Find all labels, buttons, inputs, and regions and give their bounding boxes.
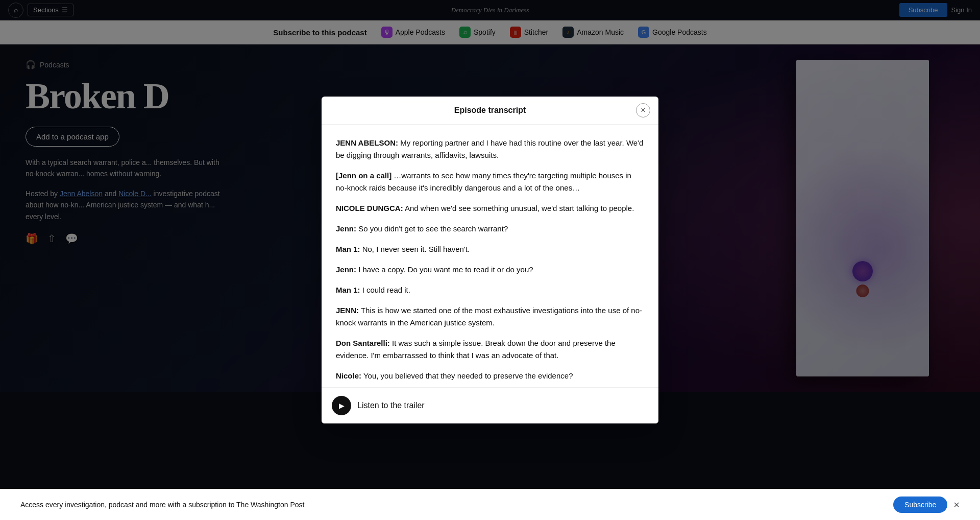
modal-body: JENN ABELSON: My reporting partner and I…: [322, 125, 658, 387]
transcript-speaker: Nicole:: [336, 371, 361, 380]
transcript-text: You, you believed that they needed to pr…: [361, 371, 573, 380]
episode-transcript-modal: Episode transcript × JENN ABELSON: My re…: [322, 97, 658, 423]
bottom-bar-right: Subscribe ×: [893, 497, 960, 513]
transcript-speaker: Don Santarelli:: [336, 339, 390, 347]
transcript-line: NICOLE DUNGCA: And when we'd see somethi…: [336, 202, 644, 215]
transcript-line: Don Santarelli: It was such a simple iss…: [336, 337, 644, 362]
transcript-speaker: Man 1:: [336, 286, 360, 294]
transcript-text: I have a copy. Do you want me to read it…: [356, 265, 533, 274]
transcript-line: JENN ABELSON: My reporting partner and I…: [336, 137, 644, 161]
transcript-speaker: JENN:: [336, 306, 359, 315]
transcript-line: Jenn: So you didn't get to see the searc…: [336, 223, 644, 235]
transcript-line: Man 1: I could read it.: [336, 284, 644, 296]
transcript-speaker: Jenn:: [336, 265, 356, 274]
transcript-line: Jenn: I have a copy. Do you want me to r…: [336, 264, 644, 276]
close-bottom-button[interactable]: ×: [953, 499, 960, 511]
transcript-line: Nicole: You, you believed that they need…: [336, 370, 644, 382]
play-trailer-button[interactable]: ▶: [332, 396, 351, 415]
transcript-line: JENN: This is how we started one of the …: [336, 304, 644, 329]
transcript-text: This is how we started one of the most e…: [336, 306, 642, 327]
modal-header: Episode transcript ×: [322, 97, 658, 125]
play-icon: ▶: [339, 401, 345, 410]
transcript-speaker: Jenn:: [336, 224, 356, 233]
modal-title: Episode transcript: [454, 106, 526, 115]
modal-overlay[interactable]: Episode transcript × JENN ABELSON: My re…: [0, 0, 980, 520]
transcript-text: So you didn't get to see the search warr…: [356, 224, 508, 233]
transcript-line: [Jenn on a call] …warrants to see how ma…: [336, 170, 644, 194]
transcript-speaker: NICOLE DUNGCA:: [336, 204, 403, 212]
transcript-text: And when we'd see something unusual, we'…: [403, 204, 634, 212]
bottom-subscription-bar: Access every investigation, podcast and …: [0, 489, 980, 520]
transcript-speaker: JENN ABELSON:: [336, 138, 398, 147]
listen-to-trailer-label: Listen to the trailer: [357, 401, 425, 410]
transcript-line: Man 1: No, I never seen it. Still haven'…: [336, 243, 644, 255]
transcript-text: I could read it.: [360, 286, 410, 294]
modal-footer: ▶ Listen to the trailer: [322, 387, 658, 423]
bottom-bar-text: Access every investigation, podcast and …: [20, 501, 304, 509]
transcript-speaker: Man 1:: [336, 245, 360, 253]
transcript-speaker: [Jenn on a call]: [336, 171, 391, 180]
transcript-text: No, I never seen it. Still haven't.: [360, 245, 470, 253]
modal-close-button[interactable]: ×: [636, 103, 650, 117]
subscribe-bottom-button[interactable]: Subscribe: [893, 497, 947, 513]
